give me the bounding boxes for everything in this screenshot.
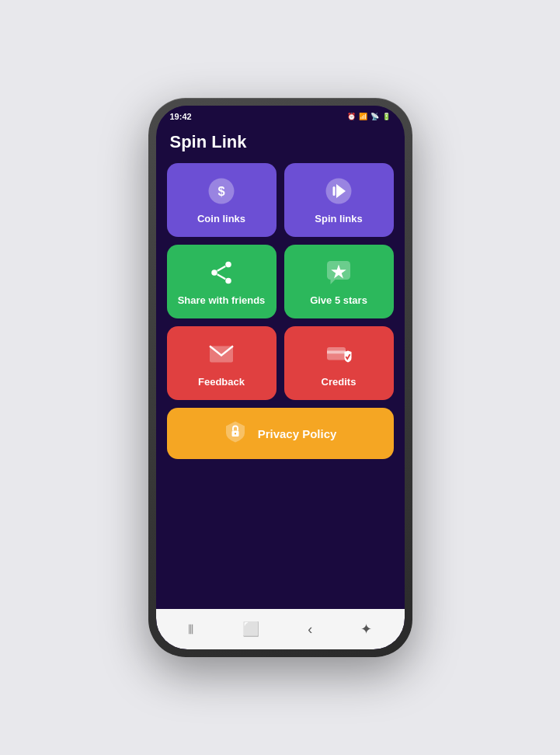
credits-tile[interactable]: Credits bbox=[284, 326, 394, 400]
spin-links-icon bbox=[325, 177, 353, 205]
bottom-nav: ⦀ ⬜ ‹ ✦ bbox=[156, 609, 405, 649]
app-title: Spin Link bbox=[170, 132, 391, 152]
spin-links-tile[interactable]: Spin links bbox=[284, 163, 394, 237]
phone-frame: 19:42 ⏰ 📶 📡 🔋 Spin Link $ bbox=[148, 98, 412, 657]
svg-point-5 bbox=[225, 262, 231, 268]
recent-apps-button[interactable]: ⦀ bbox=[182, 615, 200, 644]
privacy-policy-label: Privacy Policy bbox=[258, 427, 337, 440]
svg-point-17 bbox=[235, 433, 236, 434]
credits-icon bbox=[325, 340, 353, 368]
svg-point-6 bbox=[211, 270, 217, 276]
status-icons: ⏰ 📶 📡 🔋 bbox=[347, 113, 391, 120]
svg-point-7 bbox=[225, 278, 231, 284]
wifi-icon: 📡 bbox=[370, 113, 379, 120]
alarm-icon: ⏰ bbox=[347, 113, 356, 120]
give-stars-icon bbox=[325, 259, 353, 287]
svg-rect-15 bbox=[327, 351, 346, 354]
row-2: Share with friends Give 5 stars bbox=[167, 245, 394, 318]
battery-icon: 🔋 bbox=[382, 113, 391, 120]
signal-icon: 📶 bbox=[359, 113, 367, 120]
credits-label: Credits bbox=[322, 376, 357, 388]
share-icon bbox=[207, 259, 235, 287]
svg-line-9 bbox=[217, 274, 226, 279]
status-time: 19:42 bbox=[170, 112, 192, 121]
share-friends-label: Share with friends bbox=[178, 294, 266, 306]
accessibility-button[interactable]: ✦ bbox=[354, 614, 378, 644]
give-stars-label: Give 5 stars bbox=[310, 294, 367, 306]
feedback-label: Feedback bbox=[198, 376, 245, 388]
coin-links-label: Coin links bbox=[197, 213, 245, 224]
svg-rect-4 bbox=[333, 186, 336, 196]
home-button[interactable]: ⬜ bbox=[236, 614, 266, 644]
coin-links-tile[interactable]: $ Coin links bbox=[167, 163, 277, 237]
status-bar: 19:42 ⏰ 📶 📡 🔋 bbox=[156, 106, 405, 124]
feedback-icon bbox=[207, 340, 235, 368]
back-button[interactable]: ‹ bbox=[301, 615, 318, 644]
svg-text:$: $ bbox=[217, 184, 224, 198]
svg-marker-11 bbox=[331, 280, 336, 284]
svg-line-8 bbox=[217, 266, 226, 271]
give-stars-tile[interactable]: Give 5 stars bbox=[284, 245, 394, 318]
app-content: $ Coin links Spin links bbox=[156, 163, 405, 609]
app-header: Spin Link bbox=[156, 124, 405, 163]
spin-links-label: Spin links bbox=[315, 213, 362, 224]
coin-links-icon: $ bbox=[207, 177, 235, 205]
row-3: Feedback Credits bbox=[167, 326, 394, 400]
share-friends-tile[interactable]: Share with friends bbox=[167, 245, 277, 318]
privacy-icon bbox=[224, 420, 247, 447]
feedback-tile[interactable]: Feedback bbox=[167, 326, 277, 400]
phone-screen: 19:42 ⏰ 📶 📡 🔋 Spin Link $ bbox=[156, 106, 405, 649]
privacy-policy-tile[interactable]: Privacy Policy bbox=[167, 408, 394, 459]
row-1: $ Coin links Spin links bbox=[167, 163, 394, 237]
